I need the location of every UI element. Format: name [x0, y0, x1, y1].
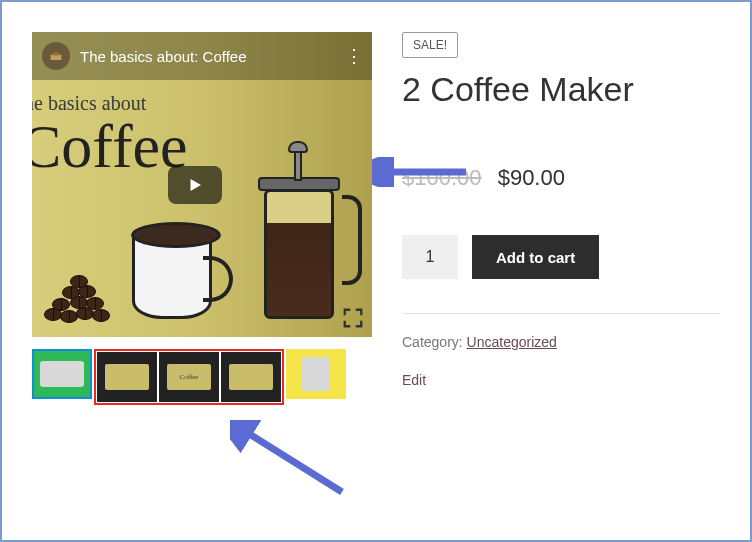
- svg-rect-1: [53, 52, 58, 55]
- french-press-illustration: [254, 149, 344, 319]
- price-row: $100.00 $90.00: [402, 165, 720, 191]
- add-to-cart-button[interactable]: Add to cart: [472, 235, 599, 279]
- thumbnail-highlight-box: Coffee: [94, 349, 284, 405]
- sale-badge: SALE!: [402, 32, 458, 58]
- price-original: $100.00: [402, 165, 482, 190]
- channel-avatar-icon: [42, 42, 70, 70]
- svg-rect-0: [51, 55, 62, 60]
- category-link[interactable]: Uncategorized: [467, 334, 557, 350]
- video-menu-icon[interactable]: ⋮: [345, 45, 362, 67]
- category-row: Category: Uncategorized: [402, 334, 720, 350]
- thumbnail-strip: Coffee: [32, 349, 372, 405]
- divider: [402, 313, 720, 314]
- video-title: The basics about: Coffee: [80, 48, 247, 65]
- mug-illustration: [132, 229, 212, 319]
- video-topbar: The basics about: Coffee ⋮: [32, 32, 372, 80]
- thumbnail-1[interactable]: [32, 349, 92, 399]
- thumbnail-5[interactable]: [286, 349, 346, 399]
- price-sale: $90.00: [498, 165, 565, 190]
- edit-link[interactable]: Edit: [402, 372, 720, 388]
- thumbnail-4[interactable]: [221, 352, 281, 402]
- category-label: Category:: [402, 334, 467, 350]
- video-artwork-text: he basics about Coffee: [32, 92, 188, 177]
- play-button-icon[interactable]: [168, 166, 222, 204]
- fullscreen-icon[interactable]: [342, 307, 364, 329]
- product-video-player[interactable]: The basics about: Coffee ⋮ he basics abo…: [32, 32, 372, 337]
- product-title: 2 Coffee Maker: [402, 70, 720, 109]
- thumbnail-3[interactable]: Coffee: [159, 352, 219, 402]
- coffee-beans-illustration: [40, 271, 140, 323]
- quantity-input[interactable]: [402, 235, 458, 279]
- thumbnail-2[interactable]: [97, 352, 157, 402]
